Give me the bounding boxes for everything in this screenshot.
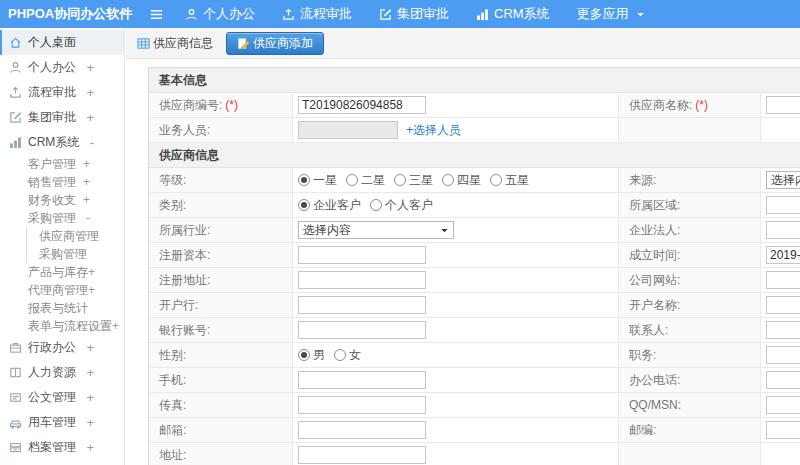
sidebar-item-group-approval[interactable]: 集团审批+: [0, 105, 124, 130]
sidebar-item-customer-mgmt[interactable]: 客户管理+: [0, 155, 124, 173]
company-website-label: 公司网站:: [629, 272, 680, 289]
office-phone-value-cell: [761, 368, 800, 392]
sidebar-item-vehicle-mgmt[interactable]: 用车管理+: [0, 410, 124, 435]
nav-item-label: 个人办公: [203, 5, 255, 23]
zip-code-input[interactable]: [766, 421, 800, 439]
expand-toggle[interactable]: -: [86, 211, 90, 225]
sidebar-item-reports-stats[interactable]: 报表与统计: [0, 299, 124, 317]
category-radio-1[interactable]: 个人客户: [370, 197, 433, 214]
sidebar-item-personal-desktop[interactable]: 个人桌面: [0, 30, 124, 55]
sidebar-item-purchasing-mgmt[interactable]: 采购管理: [27, 245, 124, 263]
region-input[interactable]: [766, 196, 800, 214]
radio-circle-icon: [394, 174, 406, 186]
expand-toggle[interactable]: +: [88, 265, 95, 279]
address-value-cell: [293, 443, 619, 465]
industry-select[interactable]: 选择内容: [298, 221, 454, 239]
nav-item-more-apps[interactable]: 更多应用: [577, 5, 650, 23]
sidebar-item-admin-office[interactable]: 行政办公+: [0, 335, 124, 360]
level-radio-3[interactable]: 四星: [442, 172, 481, 189]
email-input[interactable]: [298, 421, 426, 439]
supplier-code-input[interactable]: [298, 96, 426, 114]
account-name-input[interactable]: [766, 296, 800, 314]
sidebar-item-sales-mgmt[interactable]: 销售管理+: [0, 173, 124, 191]
nav-item-workflow-approval[interactable]: 流程审批: [282, 5, 352, 23]
sidebar-item-supplier-mgmt[interactable]: 供应商管理: [27, 227, 124, 245]
section-header: 供应商信息: [149, 143, 800, 168]
add-edit-icon: [237, 37, 250, 50]
expand-toggle[interactable]: +: [86, 61, 94, 74]
account-name-label: 开户名称:: [629, 297, 680, 314]
expand-toggle[interactable]: +: [86, 341, 94, 354]
sidebar-item-form-workflow-settings[interactable]: 表单与流程设置+: [0, 317, 124, 335]
form-row: 传真:QQ/MSN:: [149, 393, 800, 418]
position-input[interactable]: [766, 346, 800, 364]
expand-toggle[interactable]: +: [83, 157, 90, 171]
expand-toggle[interactable]: +: [86, 366, 94, 379]
level-radio-4[interactable]: 五星: [490, 172, 529, 189]
gender-radio-0[interactable]: 男: [298, 347, 325, 364]
qq-msn-input[interactable]: [766, 396, 800, 414]
established-date-input[interactable]: [766, 246, 800, 264]
expand-toggle[interactable]: +: [86, 441, 94, 454]
expand-toggle[interactable]: +: [86, 416, 94, 429]
expand-toggle[interactable]: +: [86, 111, 94, 124]
expand-toggle[interactable]: +: [112, 319, 119, 333]
sidebar-item-archive-mgmt[interactable]: 档案管理+: [0, 435, 124, 460]
registered-address-label-cell: 注册地址:: [149, 268, 293, 292]
source-select[interactable]: 选择内容: [766, 171, 800, 189]
category-radio-0[interactable]: 企业客户: [298, 197, 361, 214]
level-radio-1[interactable]: 二星: [346, 172, 385, 189]
sidebar-item-product-inventory[interactable]: 产品与库存+: [0, 263, 124, 281]
legal-person-value-cell: [761, 218, 800, 242]
registered-capital-input[interactable]: [298, 246, 426, 264]
tab-supplier-info[interactable]: 供应商信息: [133, 33, 217, 54]
email-label: 邮箱:: [159, 422, 186, 439]
expand-toggle[interactable]: +: [88, 283, 95, 297]
address-label: 地址:: [159, 447, 186, 464]
account-name-value-cell: [761, 293, 800, 317]
sidebar-item-personal-office[interactable]: 个人办公+: [0, 55, 124, 80]
tab-supplier-add[interactable]: 供应商添加: [226, 32, 324, 55]
legal-person-input[interactable]: [766, 221, 800, 239]
business-person-input[interactable]: [298, 121, 398, 139]
nav-item-group-approval[interactable]: 集团审批: [379, 5, 449, 23]
level-radio-0[interactable]: 一星: [298, 172, 337, 189]
sidebar-item-finance-mgmt[interactable]: 财务收支+: [0, 191, 124, 209]
contact-person-input[interactable]: [766, 321, 800, 339]
fax-input[interactable]: [298, 396, 426, 414]
sidebar-item-workflow-approval[interactable]: 流程审批+: [0, 80, 124, 105]
contact-person-label: 联系人:: [629, 322, 668, 339]
select-person-link[interactable]: +选择人员: [406, 122, 461, 139]
expand-toggle[interactable]: +: [83, 175, 90, 189]
sidebar-item-label: 集团审批: [28, 109, 82, 126]
sidebar-item-crm-system[interactable]: CRM系统-: [0, 130, 124, 155]
sidebar-item-purchase-mgmt[interactable]: 采购管理-: [0, 209, 124, 227]
radio-circle-icon: [298, 349, 310, 361]
form-row: 所属行业:选择内容企业法人:: [149, 218, 800, 243]
industry-value-cell: 选择内容: [293, 218, 619, 242]
level-radio-2[interactable]: 三星: [394, 172, 433, 189]
nav-item-personal-office[interactable]: 个人办公: [185, 5, 255, 23]
edit-icon: [379, 8, 392, 21]
address-input[interactable]: [298, 446, 426, 464]
source-label: 来源:: [629, 172, 656, 189]
expand-toggle[interactable]: +: [83, 193, 90, 207]
office-phone-input[interactable]: [766, 371, 800, 389]
expand-toggle[interactable]: +: [86, 86, 94, 99]
menu-icon[interactable]: [150, 8, 163, 21]
expand-toggle[interactable]: -: [90, 136, 94, 149]
gender-radio-1[interactable]: 女: [334, 347, 361, 364]
nav-item-crm-system[interactable]: CRM系统: [476, 5, 550, 23]
zip-code-label: 邮编:: [629, 422, 656, 439]
mobile-input[interactable]: [298, 371, 426, 389]
company-website-input[interactable]: [766, 271, 800, 289]
bank-branch-label-cell: 开户行:: [149, 293, 293, 317]
supplier-name-input[interactable]: [766, 96, 800, 114]
bank-account-input[interactable]: [298, 321, 426, 339]
sidebar-item-agent-mgmt[interactable]: 代理商管理+: [0, 281, 124, 299]
bank-branch-input[interactable]: [298, 296, 426, 314]
sidebar-item-document-mgmt[interactable]: 公文管理+: [0, 385, 124, 410]
sidebar-item-human-resources[interactable]: 人力资源+: [0, 360, 124, 385]
registered-address-input[interactable]: [298, 271, 426, 289]
expand-toggle[interactable]: +: [86, 391, 94, 404]
